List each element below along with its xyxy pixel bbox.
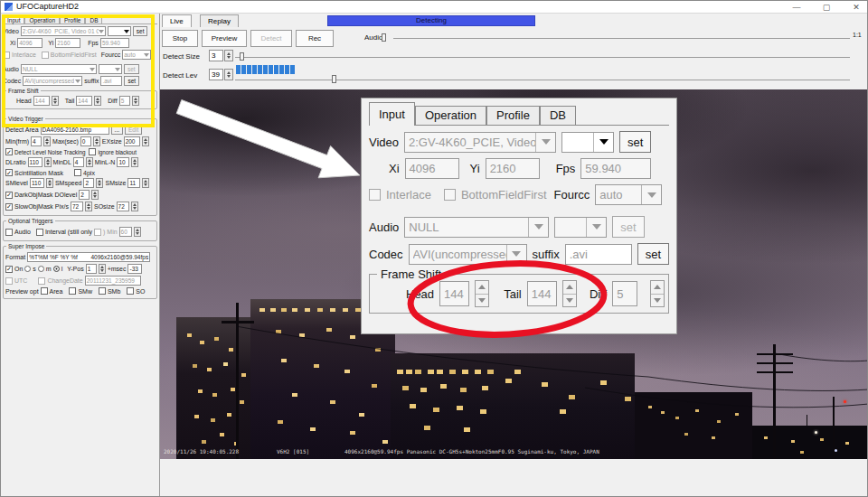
audio-device-combo[interactable]: NULL [404, 217, 549, 238]
changedate-field[interactable]: 20111231_235959 [85, 276, 141, 286]
audio-slider-thumb[interactable] [382, 33, 386, 42]
sidebar-tab-operation[interactable]: Operation [24, 14, 60, 23]
yi-field[interactable]: 2160 [486, 158, 540, 179]
interlace-checkbox[interactable] [369, 189, 381, 201]
tail-field[interactable]: 144 [527, 281, 557, 306]
spin-up[interactable] [563, 281, 576, 294]
darkobj-checkbox[interactable]: ✓ [5, 192, 13, 199]
dialog-tab-profile[interactable]: Profile [486, 106, 540, 125]
dropdown-button[interactable] [535, 133, 555, 152]
size-s-radio[interactable] [24, 266, 31, 272]
smspeed-field[interactable]: 2 [83, 178, 94, 188]
min-frm-field[interactable]: 4 [31, 136, 42, 146]
interval-min-field[interactable]: 60 [119, 227, 132, 237]
close-button[interactable]: ✕ [844, 1, 868, 14]
codec-set-button[interactable]: set [124, 76, 139, 86]
minln-field[interactable]: 10 [117, 157, 129, 167]
interlace-checkbox[interactable] [3, 52, 10, 59]
dialog-tab-input[interactable]: Input [369, 102, 415, 126]
detect-lev-field[interactable]: 39 [209, 69, 223, 80]
xi-field[interactable]: 4096 [17, 38, 42, 48]
tail-field[interactable]: 144 [76, 96, 92, 106]
browse-button[interactable]: ... [111, 125, 123, 135]
spin-down[interactable] [563, 294, 576, 307]
head-spinner[interactable] [52, 96, 59, 106]
scintillation-checkbox[interactable]: ✓ [5, 169, 13, 176]
dlratio-field[interactable]: 110 [28, 157, 42, 167]
pixs-spinner[interactable] [85, 202, 92, 211]
exsize-spinner[interactable] [142, 136, 149, 146]
dropdown-button[interactable] [506, 245, 526, 264]
mindl-field[interactable]: 4 [73, 157, 84, 167]
smlevel-spinner[interactable] [46, 178, 53, 188]
edit-button[interactable]: Edit [125, 125, 142, 135]
min-frm-spinner[interactable] [43, 136, 51, 146]
audio-format-combo[interactable] [554, 217, 607, 238]
sosize-spinner[interactable] [131, 202, 138, 211]
fourcc-combo[interactable]: auto [595, 184, 662, 205]
smsize-field[interactable]: 11 [127, 178, 140, 188]
fourcc-combo[interactable]: auto [122, 50, 151, 60]
sidebar-tab-input[interactable]: Input [3, 14, 24, 23]
smsize-spinner[interactable] [142, 178, 149, 188]
detect-button[interactable]: Detect [250, 30, 292, 47]
rec-button[interactable]: Rec [296, 30, 334, 47]
audio-format-combo[interactable] [99, 64, 122, 74]
sosize-field[interactable]: 72 [117, 202, 129, 211]
minimize-button[interactable]: — [784, 1, 809, 14]
detect-area-field[interactable]: DA4096-2160.bmp [41, 125, 109, 135]
suffix-field[interactable]: .avi [565, 244, 632, 265]
fps-field[interactable]: 59.940 [100, 38, 129, 48]
size-l-radio[interactable] [53, 266, 60, 272]
head-field[interactable]: 144 [439, 281, 469, 306]
changedate-checkbox[interactable] [38, 277, 45, 285]
spin-down[interactable] [651, 294, 664, 307]
audio-set-button[interactable]: set [612, 216, 644, 238]
max-sec-field[interactable]: 0 [80, 136, 91, 146]
video-device-combo[interactable]: 2:GV-4K60_PCIE, Video 01 Cap [21, 26, 106, 36]
maximize-button[interactable]: ▢ [814, 1, 839, 14]
detect-size-field[interactable]: 3 [209, 50, 223, 61]
fps-field[interactable]: 59.940 [580, 158, 651, 179]
audio-slider-track[interactable] [393, 38, 850, 39]
smlevel-field[interactable]: 110 [30, 178, 44, 188]
dropdown-button[interactable] [528, 218, 548, 237]
ypos-spinner[interactable] [99, 264, 106, 274]
so-checkbox[interactable] [127, 287, 134, 295]
minln-spinner[interactable] [131, 157, 138, 167]
size-m-radio[interactable] [38, 266, 44, 272]
spin-up[interactable] [651, 281, 664, 294]
video-format-combo[interactable] [108, 26, 131, 36]
detect-lev-slider-track[interactable] [235, 80, 850, 80]
utc-checkbox[interactable] [5, 277, 13, 285]
interval-checkbox[interactable] [36, 229, 43, 236]
audio-trigger-checkbox[interactable] [5, 229, 13, 236]
detect-lev-slider-thumb[interactable] [332, 75, 336, 83]
tab-replay[interactable]: Replay [200, 14, 239, 27]
msec-field[interactable]: -33 [127, 264, 142, 274]
suffix-field[interactable]: .avi [100, 76, 122, 86]
dolevel-spinner[interactable] [91, 190, 99, 200]
interval-min-spinner[interactable] [134, 227, 141, 237]
dlratio-spinner[interactable] [44, 157, 52, 167]
video-set-button[interactable]: set [619, 131, 651, 153]
detect-lev-spinner[interactable] [224, 69, 233, 80]
detect-size-spinner[interactable] [224, 50, 233, 61]
dolevel-field[interactable]: 2 [79, 190, 90, 200]
dropdown-button[interactable] [641, 185, 661, 204]
fourpix-checkbox[interactable] [74, 169, 81, 176]
pixs-field[interactable]: 72 [71, 202, 83, 211]
head-spinner[interactable] [475, 280, 489, 307]
head-field[interactable]: 144 [33, 96, 50, 106]
audio-device-combo[interactable]: NULL [21, 64, 97, 74]
si-on-checkbox[interactable]: ✓ [5, 266, 13, 273]
tab-live[interactable]: Live [162, 14, 192, 27]
bff-checkbox[interactable] [42, 52, 49, 59]
smspeed-spinner[interactable] [96, 178, 103, 188]
video-device-combo[interactable]: 2:GV-4K60_PCIE, Video 01 Cap [404, 132, 556, 153]
paren-checkbox[interactable] [94, 229, 101, 236]
noise-tracking-checkbox[interactable]: ✓ [5, 148, 13, 155]
tail-spinner[interactable] [562, 280, 577, 307]
smb-checkbox[interactable] [99, 287, 106, 295]
detect-size-slider-track[interactable] [235, 57, 850, 58]
